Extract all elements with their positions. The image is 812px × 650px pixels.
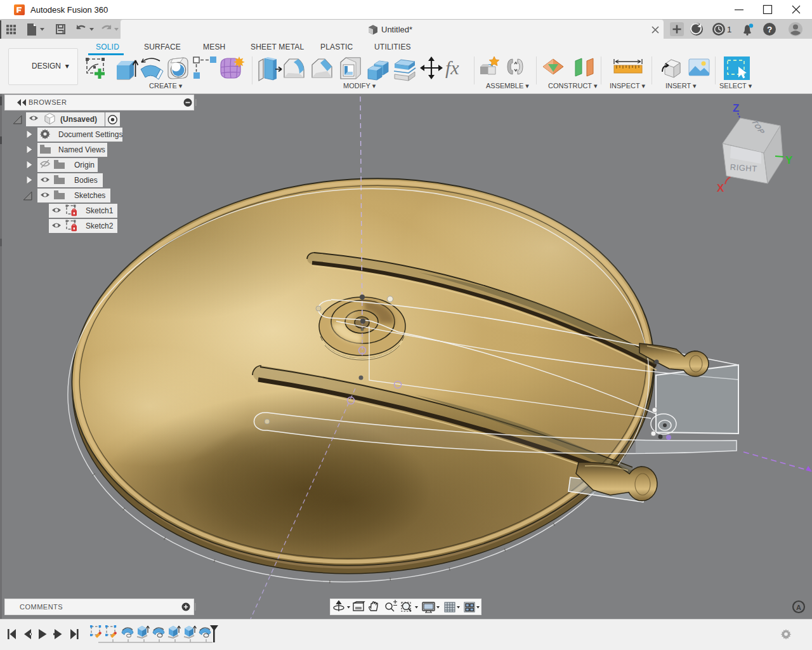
svg-text:A: A xyxy=(796,604,801,611)
svg-text:1: 1 xyxy=(727,25,731,34)
svg-text:Z: Z xyxy=(733,102,739,114)
svg-text:fx: fx xyxy=(445,57,459,78)
svg-text:?: ? xyxy=(767,25,772,34)
svg-text:X: X xyxy=(717,182,724,194)
svg-text:RIGHT: RIGHT xyxy=(730,162,757,174)
svg-text:Y: Y xyxy=(785,154,793,166)
